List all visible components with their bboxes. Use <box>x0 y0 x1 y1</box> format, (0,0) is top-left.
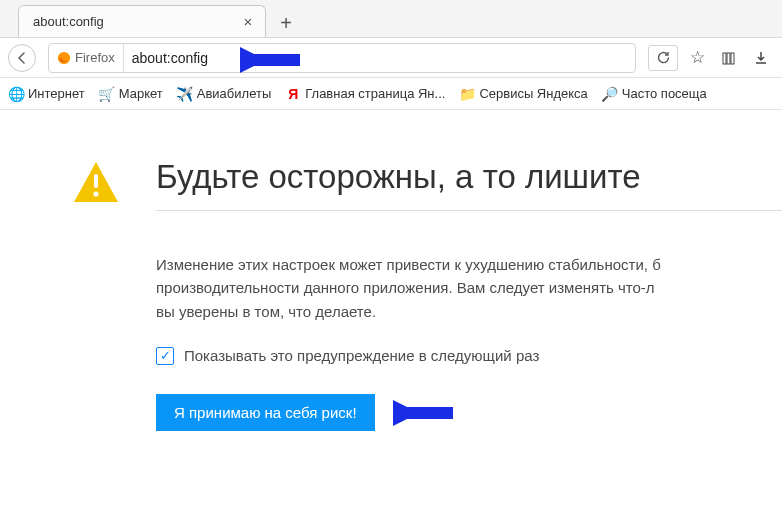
search-icon: 🔎 <box>602 86 618 102</box>
cart-icon: 🛒 <box>99 86 115 102</box>
plane-icon: ✈️ <box>177 86 193 102</box>
globe-icon: 🌐 <box>8 86 24 102</box>
about-config-warning: Будьте осторожны, а то лишите Изменение … <box>0 110 782 433</box>
bookmark-item[interactable]: 🌐Интернет <box>8 86 85 102</box>
identity-box[interactable]: Firefox <box>49 44 124 72</box>
nav-toolbar: Firefox about:config ☆ <box>0 38 782 78</box>
bookmark-label: Интернет <box>28 86 85 101</box>
svg-rect-4 <box>731 53 734 64</box>
bookmark-label: Авиабилеты <box>197 86 271 101</box>
svg-point-6 <box>93 191 98 196</box>
tab-active[interactable]: about:config × <box>18 5 266 37</box>
reload-button[interactable] <box>648 45 678 71</box>
url-bar[interactable]: Firefox about:config <box>48 43 636 73</box>
checkbox-label: Показывать это предупреждение в следующи… <box>184 347 539 364</box>
url-text: about:config <box>124 50 635 66</box>
bookmark-label: Главная страница Ян... <box>305 86 445 101</box>
bookmark-item[interactable]: 🛒Маркет <box>99 86 163 102</box>
new-tab-button[interactable]: + <box>272 9 300 37</box>
warning-body: Изменение этих настроек может привести к… <box>156 253 782 323</box>
bookmark-item[interactable]: 📁Сервисы Яндекса <box>459 86 587 102</box>
bookmark-star-icon[interactable]: ☆ <box>684 45 710 71</box>
warning-title: Будьте осторожны, а то лишите <box>156 158 782 196</box>
bookmark-label: Сервисы Яндекса <box>479 86 587 101</box>
bookmark-item[interactable]: ✈️Авиабилеты <box>177 86 271 102</box>
bookmark-label: Маркет <box>119 86 163 101</box>
identity-label: Firefox <box>75 50 115 65</box>
back-button[interactable] <box>8 44 36 72</box>
close-icon[interactable]: × <box>239 13 257 31</box>
svg-rect-3 <box>727 53 730 64</box>
divider <box>156 210 782 211</box>
library-icon[interactable] <box>716 45 742 71</box>
warning-text-line: Изменение этих настроек может привести к… <box>156 256 661 273</box>
download-icon[interactable] <box>748 45 774 71</box>
warning-icon <box>72 158 120 206</box>
annotation-arrow-button <box>393 393 463 433</box>
svg-rect-5 <box>94 174 98 188</box>
accept-risk-button[interactable]: Я принимаю на себя риск! <box>156 394 375 431</box>
svg-point-0 <box>58 51 70 63</box>
bookmarks-bar: 🌐Интернет 🛒Маркет ✈️Авиабилеты ЯГлавная … <box>0 78 782 110</box>
bookmark-item[interactable]: 🔎Часто посеща <box>602 86 707 102</box>
tab-strip: about:config × + <box>0 0 782 38</box>
warning-text-line: вы уверены в том, что делаете. <box>156 303 376 320</box>
yandex-icon: Я <box>285 86 301 102</box>
bookmark-label: Часто посеща <box>622 86 707 101</box>
warning-text-line: производительности данного приложения. В… <box>156 279 655 296</box>
tab-title: about:config <box>33 14 104 29</box>
bookmark-item[interactable]: ЯГлавная страница Ян... <box>285 86 445 102</box>
show-warning-checkbox[interactable]: ✓ <box>156 347 174 365</box>
folder-icon: 📁 <box>459 86 475 102</box>
svg-rect-2 <box>723 53 726 64</box>
firefox-icon <box>57 51 71 65</box>
